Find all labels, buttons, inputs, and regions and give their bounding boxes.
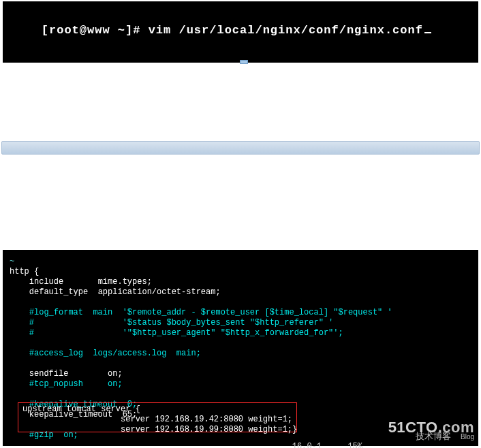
line-tcp-nopush: #tcp_nopush on;	[10, 379, 123, 389]
terminal-top: [root@www ~]# vim /usr/local/nginx/conf/…	[3, 1, 478, 63]
spacer	[0, 63, 481, 141]
line-include: include mime.types;	[10, 277, 152, 287]
vim-position: 16,0-1	[292, 442, 322, 448]
line-upstream-open: upstream tomcat_server {	[22, 404, 140, 414]
line-access-log: #access_log logs/access.log main;	[10, 349, 201, 358]
line-sendfile: sendfile on;	[10, 369, 123, 379]
upstream-block: upstream tomcat_server { server 192.168.…	[22, 404, 292, 435]
highlight-box: upstream tomcat_server { server 192.168.…	[18, 402, 297, 432]
resize-handle-icon[interactable]	[240, 60, 248, 64]
line-server-2: server 192.168.19.99:8080 weight=1;}	[22, 425, 297, 434]
line-default-type: default_type application/octet-stream;	[10, 287, 221, 297]
shell-prompt: [root@www ~]#	[42, 24, 149, 37]
line-logformat-3: # '"$http_user_agent" "$http_x_forwarded…	[10, 328, 343, 338]
terminal-vim[interactable]: ~ http { include mime.types; default_typ…	[3, 250, 478, 446]
watermark: 51CTO.com 技术博客Blog	[388, 422, 474, 442]
line-logformat-1: #log_format main '$remote_addr - $remote…	[10, 308, 392, 317]
shell-command: vim /usr/local/nginx/conf/nginx.conf	[149, 24, 423, 37]
separator-bar	[1, 141, 480, 155]
shell-prompt-line[interactable]: [root@www ~]# vim /usr/local/nginx/conf/…	[11, 11, 470, 50]
cursor-icon	[424, 32, 431, 33]
line-http-open: http {	[10, 267, 39, 276]
vim-percent: 15%	[347, 442, 362, 448]
line-logformat-2: # '$status $body_bytes_sent "$http_refer…	[10, 318, 333, 327]
line-server-1: server 192.168.19.42:8080 weight=1;	[22, 415, 292, 424]
spacer	[0, 155, 481, 250]
line-tilde: ~	[10, 257, 14, 266]
